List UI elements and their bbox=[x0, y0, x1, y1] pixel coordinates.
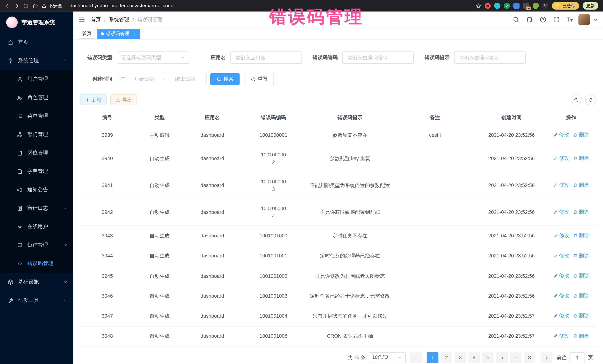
sidebar-toggle-button[interactable] bbox=[79, 16, 85, 23]
delete-button[interactable]: 删除 bbox=[573, 181, 589, 189]
edit-button[interactable]: 修改 bbox=[554, 154, 569, 162]
reload-button[interactable] bbox=[23, 3, 29, 9]
url-text[interactable]: dashboard.yudao.iocoder.cn/system/error-… bbox=[70, 3, 174, 9]
edit-button[interactable]: 修改 bbox=[554, 252, 569, 259]
breadcrumb-home[interactable]: 首页 bbox=[91, 16, 101, 23]
profile-chip[interactable]: 已暂停 bbox=[552, 2, 579, 10]
pages-more-button[interactable]: ··· bbox=[510, 352, 521, 363]
sidebar-item-dicts[interactable]: 字典管理 bbox=[0, 162, 73, 180]
delete-button[interactable]: 删除 bbox=[573, 292, 589, 299]
site-security[interactable]: 不安全 bbox=[42, 2, 62, 9]
refresh-table-button[interactable] bbox=[585, 95, 596, 105]
search-icon[interactable] bbox=[511, 15, 521, 25]
sidebar-item-menus[interactable]: 菜单管理 bbox=[0, 107, 73, 125]
date-range-picker[interactable]: 开始日期 - 结束日期 bbox=[117, 73, 207, 85]
sidebar-item-system[interactable]: 系统管理 bbox=[0, 52, 73, 70]
edit-button[interactable]: 修改 bbox=[554, 131, 569, 138]
update-button[interactable]: 更新 bbox=[583, 2, 598, 10]
export-button[interactable]: 导出 bbox=[110, 95, 137, 105]
extension-icon-onoff[interactable]: on bbox=[523, 3, 529, 9]
cell-id: 3939 bbox=[80, 125, 135, 145]
sidebar-item-audit-logs[interactable]: 审计日志 bbox=[0, 199, 73, 217]
page-size-select[interactable]: 10条/页 bbox=[369, 352, 406, 363]
edit-button[interactable]: 修改 bbox=[554, 272, 569, 279]
sidebar-item-error-codes[interactable]: 错误码管理 bbox=[0, 254, 73, 273]
fullscreen-icon[interactable] bbox=[551, 15, 561, 25]
goto-page-input[interactable] bbox=[570, 352, 585, 363]
delete-button[interactable]: 删除 bbox=[573, 208, 589, 216]
delete-button[interactable]: 删除 bbox=[573, 131, 589, 138]
edit-button[interactable]: 修改 bbox=[554, 181, 569, 189]
extension-icon-red[interactable] bbox=[485, 3, 491, 9]
reset-button[interactable]: 重置 bbox=[244, 73, 274, 85]
next-page-button[interactable] bbox=[541, 352, 552, 363]
extension-icon-leaf[interactable] bbox=[533, 3, 539, 9]
breadcrumb-separator bbox=[104, 17, 106, 22]
cell-code: 100100000 3 bbox=[240, 172, 307, 199]
delete-label: 删除 bbox=[579, 181, 589, 189]
delete-button[interactable]: 删除 bbox=[573, 252, 589, 259]
sidebar-item-notices[interactable]: 通知公告 bbox=[0, 180, 73, 199]
page-button-3[interactable]: 3 bbox=[454, 352, 466, 363]
page-button-8[interactable]: 8 bbox=[524, 352, 535, 363]
add-button[interactable]: 新增 bbox=[80, 95, 106, 105]
delete-button[interactable]: 删除 bbox=[573, 312, 589, 320]
app-logo[interactable]: 芋道管理系统 bbox=[0, 11, 73, 33]
sidebar-item-dev-tools[interactable]: 研发工具 bbox=[0, 291, 73, 309]
edit-button[interactable]: 修改 bbox=[554, 232, 569, 239]
show-search-button[interactable] bbox=[571, 95, 581, 105]
edit-button[interactable]: 修改 bbox=[554, 292, 569, 299]
error-type-select[interactable]: 请选择错误码类型 bbox=[117, 52, 189, 64]
delete-button[interactable]: 删除 bbox=[573, 332, 589, 340]
cell-app: dashboard bbox=[185, 199, 240, 226]
chevron-down-icon[interactable] bbox=[593, 17, 598, 22]
delete-button[interactable]: 删除 bbox=[573, 154, 589, 162]
sidebar-item-online-users[interactable]: 在线用户 bbox=[0, 217, 73, 236]
edit-button[interactable]: 修改 bbox=[554, 332, 569, 340]
app-name-input[interactable] bbox=[231, 52, 302, 64]
page-button-1[interactable]: 1 bbox=[427, 352, 439, 363]
edit-button[interactable]: 修改 bbox=[554, 312, 569, 320]
page-button-6[interactable]: 6 bbox=[496, 352, 508, 363]
close-icon[interactable] bbox=[132, 31, 137, 36]
prev-page-button[interactable] bbox=[410, 352, 421, 363]
edit-icon bbox=[554, 210, 558, 214]
delete-button[interactable]: 删除 bbox=[573, 272, 589, 279]
tab-home[interactable]: 首页 bbox=[79, 29, 95, 39]
cell-code: 100100000 4 bbox=[240, 199, 307, 226]
cell-app: dashboard bbox=[185, 266, 240, 286]
tab-error-code[interactable]: 错误码管理 bbox=[97, 29, 140, 39]
page-button-2[interactable]: 2 bbox=[441, 352, 452, 363]
edit-button[interactable]: 修改 bbox=[554, 208, 569, 216]
extension-icon-fork[interactable] bbox=[542, 3, 548, 9]
sidebar-item-home[interactable]: 首页 bbox=[0, 33, 73, 51]
sidebar-item-posts[interactable]: 岗位管理 bbox=[0, 144, 73, 162]
cell-app: dashboard bbox=[185, 306, 240, 326]
extension-icon-blue[interactable] bbox=[513, 3, 519, 9]
col-app: 应用名 bbox=[185, 110, 240, 125]
font-size-icon[interactable] bbox=[565, 15, 575, 25]
sidebar-item-infrastructure[interactable]: 基础设施 bbox=[0, 273, 73, 291]
delete-label: 删除 bbox=[579, 208, 589, 216]
forward-button[interactable] bbox=[14, 3, 20, 9]
back-button[interactable] bbox=[5, 3, 10, 9]
extension-icon-check[interactable] bbox=[504, 3, 510, 9]
search-button[interactable]: 搜索 bbox=[210, 73, 240, 85]
browser-home-button[interactable] bbox=[32, 3, 38, 9]
github-icon[interactable] bbox=[524, 15, 534, 25]
error-hint-input[interactable] bbox=[454, 52, 526, 64]
error-code-input[interactable] bbox=[342, 52, 414, 64]
page-button-5[interactable]: 5 bbox=[482, 352, 494, 363]
sidebar-item-roles[interactable]: 角色管理 bbox=[0, 88, 73, 107]
edit-icon bbox=[554, 183, 558, 187]
sidebar-item-sms[interactable]: 短信管理 bbox=[0, 236, 73, 254]
extension-icon-teal[interactable] bbox=[494, 3, 500, 9]
bookmark-star-icon[interactable] bbox=[475, 3, 481, 9]
sidebar-item-users[interactable]: 用户管理 bbox=[0, 70, 73, 88]
user-avatar[interactable] bbox=[578, 14, 590, 25]
sidebar-item-depts[interactable]: 部门管理 bbox=[0, 125, 73, 144]
breadcrumb-system[interactable]: 系统管理 bbox=[109, 16, 129, 23]
page-button-4[interactable]: 4 bbox=[468, 352, 480, 363]
help-icon[interactable] bbox=[538, 15, 548, 25]
delete-button[interactable]: 删除 bbox=[573, 232, 589, 239]
